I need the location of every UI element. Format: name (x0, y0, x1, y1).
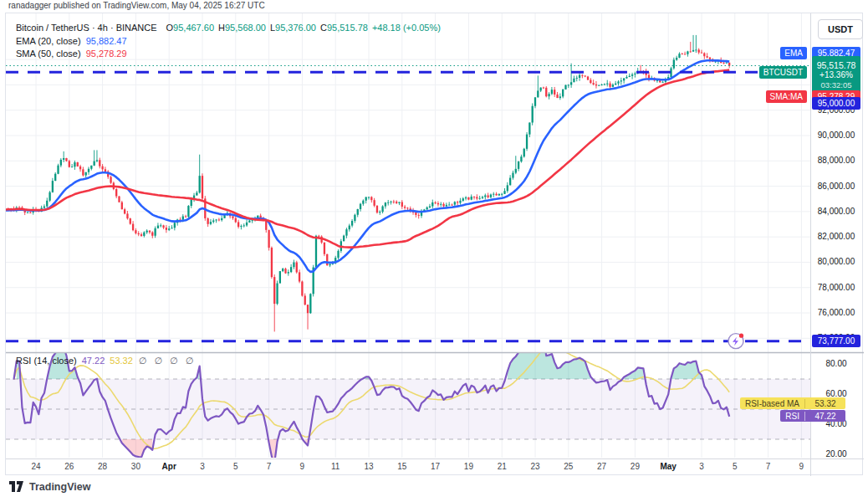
main-chart-legend[interactable]: Bitcoin / TetherUS · 4h · BINANCEO95,467… (16, 22, 441, 61)
rsi-ma-badge-value: 53.32 (804, 399, 845, 408)
ohlc-key: C (320, 23, 327, 33)
time-tick-label: 17 (423, 462, 448, 471)
time-tick-label: 9 (289, 462, 314, 471)
ema-line[interactable] (6, 60, 729, 272)
time-tick-label: 24 (23, 462, 49, 471)
time-tick-label: 28 (90, 462, 115, 471)
time-tick-label: 7 (756, 462, 781, 471)
time-tick-label: 7 (257, 462, 282, 471)
symbol-title: Bitcoin / TetherUS · 4h · BINANCE (16, 23, 157, 33)
time-tick-label: 3 (190, 462, 215, 471)
ema-axis-label-badge: EMA (780, 47, 807, 59)
ohlc-value: 95,515.78 (327, 23, 368, 33)
chart-widget: Bitcoin / TetherUS · 4h · BINANCEO95,467… (5, 13, 863, 475)
sma-label: SMA (50, close) (16, 49, 81, 59)
time-tick-label: 27 (590, 462, 615, 471)
price-tick-label: 78,000.00 (811, 283, 861, 292)
ohlc-value: 95,376.00 (275, 23, 316, 33)
chart-canvas[interactable] (6, 13, 864, 476)
symbol-legend-row[interactable]: Bitcoin / TetherUS · 4h · BINANCEO95,467… (16, 22, 441, 35)
rsi-badge-value: 47.22 (804, 412, 845, 421)
tradingview-logo-icon[interactable] (8, 480, 24, 493)
ema-value: 95,882.47 (86, 36, 127, 46)
time-tick-label: 23 (523, 462, 548, 471)
ohlc-value: 95,467.60 (173, 23, 214, 33)
time-tick-label: 13 (356, 462, 381, 471)
rsi-badge: RSI47.22 (780, 410, 845, 422)
rsi-label: RSI (14, close) (16, 356, 77, 366)
time-tick-label: 3 (689, 462, 714, 471)
time-tick-label: 26 (57, 462, 82, 471)
time-tick-label: 29 (622, 462, 647, 471)
symbol-axis-label-badge: BTCUSDT (759, 66, 807, 79)
last-price-badge: 95,515.78 +13.36% 03:32:05 (812, 56, 860, 95)
change-value: +48.18 (+0.05%) (372, 23, 441, 33)
price-tick-label: 76,000.00 (811, 308, 861, 317)
time-tick-label: 15 (390, 462, 415, 471)
hline-95000-badge: 95,000.00 (812, 97, 860, 110)
tradingview-brand-text[interactable]: TradingView (29, 481, 90, 493)
currency-toggle-button[interactable]: USDT (818, 19, 863, 39)
footer-bar: TradingView (8, 480, 90, 493)
sma-value: 95,278.29 (86, 49, 127, 59)
ohlc-key: H (218, 23, 225, 33)
rsi-legend-row[interactable]: RSI (14, close)47.2253.32∅ ∅ ∅ ∅ (16, 356, 196, 366)
price-tick-label: 86,000.00 (811, 182, 861, 191)
ohlc-key: O (166, 23, 174, 33)
attribution-text: ranadagger published on TradingView.com,… (8, 1, 265, 10)
rsi-tick-label: 80.00 (811, 359, 861, 368)
price-tick-label: 82,000.00 (811, 232, 861, 241)
ohlc-value: 95,568.00 (225, 23, 266, 33)
rsi-hidden-values: ∅ ∅ ∅ ∅ (139, 356, 197, 366)
rsi-ma-value: 53.32 (110, 356, 133, 366)
ema-legend-row[interactable]: EMA (20, close)95,882.47 (16, 35, 441, 49)
ohlc-values: O95,467.60H95,568.00L95,376.00C95,515.78 (162, 23, 368, 33)
price-tick-label: 90,000.00 (811, 131, 861, 140)
rsi-band (6, 379, 810, 439)
hline-73777-badge: 73,777.00 (812, 335, 860, 347)
rsi-tick-label: 20.00 (811, 449, 861, 458)
rsi-badge-label: RSI (780, 412, 804, 421)
bar-countdown: 03:32:05 (821, 80, 852, 90)
tradingview-published-chart: { "attribution": "ranadagger published o… (0, 0, 868, 502)
time-tick-label: 9 (789, 462, 814, 471)
time-tick-label: 11 (323, 462, 348, 471)
time-tick-label: Apr (156, 462, 181, 471)
sma-legend-row[interactable]: SMA (50, close)95,278.29 (16, 48, 441, 61)
time-tick-label: 30 (123, 462, 148, 471)
price-tick-label: 84,000.00 (811, 207, 861, 216)
price-tick-label: 80,000.00 (811, 257, 861, 266)
time-tick-label: 25 (556, 462, 581, 471)
time-tick-label: 5 (722, 462, 748, 471)
change-percent: +13.36% (819, 70, 853, 80)
time-tick-label: May (656, 462, 681, 471)
time-tick-label: 19 (456, 462, 481, 471)
last-price-value: 95,515.78 (817, 60, 856, 70)
alert-icon[interactable] (728, 334, 743, 349)
rsi-based-ma-badge: RSI-based MA53.32 (740, 397, 845, 409)
rsi-value: 47.22 (82, 356, 105, 366)
sma-line[interactable] (6, 70, 729, 248)
price-tick-label: 88,000.00 (811, 156, 861, 165)
time-tick-label: 5 (223, 462, 248, 471)
ema-label: EMA (20, close) (16, 36, 81, 46)
time-tick-label: 21 (489, 462, 514, 471)
rsi-ma-badge-label: RSI-based MA (740, 399, 804, 408)
sma-axis-label-badge: SMA:MA (766, 90, 807, 103)
